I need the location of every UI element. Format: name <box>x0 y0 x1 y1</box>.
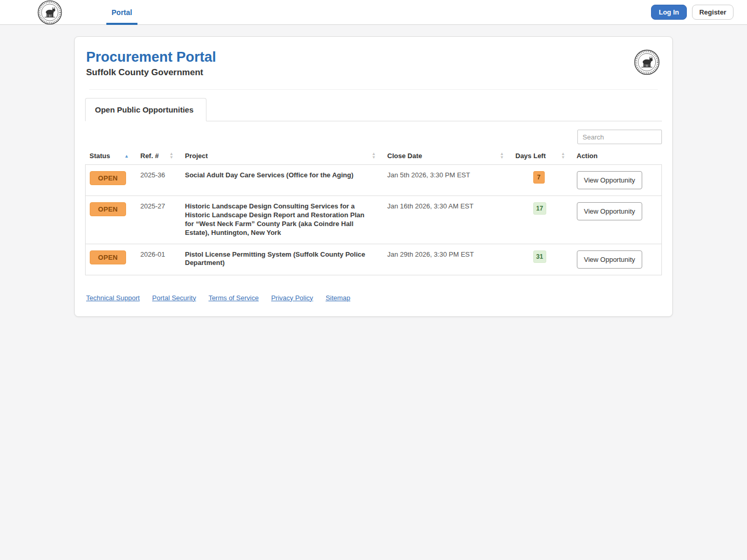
cell-action: View Opportunity <box>573 196 662 244</box>
column-header-close-date[interactable]: Close Date ▲▼ <box>383 147 511 165</box>
cell-project: Pistol License Permitting System (Suffol… <box>181 244 383 275</box>
tab-strip: Open Public Opportunities <box>85 98 662 121</box>
cell-ref: 2025-27 <box>136 196 181 244</box>
days-left-badge: 31 <box>533 250 546 263</box>
sort-icon: ▲▼ <box>561 152 569 160</box>
cell-project: Social Adult Day Care Services (Office f… <box>181 165 383 196</box>
column-header-days-left[interactable]: Days Left ▲▼ <box>511 147 573 165</box>
column-label: Close Date <box>388 152 422 160</box>
cell-ref: 2026-01 <box>136 244 181 275</box>
days-left-badge: 7 <box>533 171 545 184</box>
cell-days-left: 7 <box>511 165 573 196</box>
cell-close-date: Jan 16th 2026, 3:30 AM EST <box>383 196 511 244</box>
cell-project: Historic Landscape Design Consulting Ser… <box>181 196 383 244</box>
sort-icon: ▲▼ <box>500 152 507 160</box>
county-seal-icon <box>37 0 62 25</box>
column-header-ref[interactable]: Ref. # ▲▼ <box>136 147 181 165</box>
sort-icon: ▲▼ <box>170 152 177 160</box>
column-label: Days Left <box>516 152 546 160</box>
status-badge: OPEN <box>90 171 126 185</box>
footer-link-technical-support[interactable]: Technical Support <box>86 294 140 302</box>
cell-close-date: Jan 5th 2026, 3:30 PM EST <box>383 165 511 196</box>
footer-link-portal-security[interactable]: Portal Security <box>152 294 196 302</box>
topbar-actions: Log In Register <box>651 5 734 20</box>
view-opportunity-button[interactable]: View Opportunity <box>577 202 643 220</box>
cell-action: View Opportunity <box>573 165 662 196</box>
cell-action: View Opportunity <box>573 244 662 275</box>
topbar: Portal Log In Register <box>0 0 747 25</box>
opportunities-table: Status ▲ Ref. # ▲▼ Project ▲▼ <box>85 147 662 275</box>
days-left-badge: 17 <box>533 202 546 215</box>
column-header-status[interactable]: Status ▲ <box>86 147 136 165</box>
footer-link-privacy-policy[interactable]: Privacy Policy <box>271 294 313 302</box>
county-seal-icon <box>634 49 660 75</box>
column-header-action: Action <box>573 147 662 165</box>
login-button[interactable]: Log In <box>651 5 687 20</box>
register-button[interactable]: Register <box>692 5 734 20</box>
table-body: OPEN 2025-36 Social Adult Day Care Servi… <box>86 165 662 275</box>
column-label: Project <box>185 152 208 160</box>
status-badge: OPEN <box>90 250 126 264</box>
card-seal <box>634 49 660 75</box>
county-seal-emblem <box>634 49 660 75</box>
tab-open-public-opportunities[interactable]: Open Public Opportunities <box>85 98 206 121</box>
view-opportunity-button[interactable]: View Opportunity <box>577 171 643 189</box>
footer-link-terms-of-service[interactable]: Terms of Service <box>209 294 259 302</box>
table-header: Status ▲ Ref. # ▲▼ Project ▲▼ <box>86 147 662 165</box>
top-navigation: Portal <box>106 0 137 25</box>
topbar-logo <box>37 0 62 25</box>
cell-status: OPEN <box>86 196 136 244</box>
cell-close-date: Jan 29th 2026, 3:30 PM EST <box>383 244 511 275</box>
cell-status: OPEN <box>86 165 136 196</box>
view-opportunity-button[interactable]: View Opportunity <box>577 250 643 269</box>
column-label: Status <box>90 152 110 160</box>
page-title: Procurement Portal <box>86 49 661 65</box>
tab-label: Open Public Opportunities <box>95 105 193 114</box>
table-row: OPEN 2025-36 Social Adult Day Care Servi… <box>86 165 662 196</box>
sort-asc-icon: ▲ <box>125 153 132 159</box>
cell-days-left: 31 <box>511 244 573 275</box>
cell-ref: 2025-36 <box>136 165 181 196</box>
cell-status: OPEN <box>86 244 136 275</box>
card-header: Procurement Portal Suffolk County Govern… <box>85 49 662 78</box>
cell-days-left: 17 <box>511 196 573 244</box>
search-row <box>85 130 662 144</box>
procurement-portal-card: Procurement Portal Suffolk County Govern… <box>74 36 673 317</box>
column-label: Ref. # <box>141 152 159 160</box>
table-row: OPEN 2025-27 Historic Landscape Design C… <box>86 196 662 244</box>
page-subtitle: Suffolk County Government <box>86 67 661 78</box>
search-input[interactable] <box>577 130 662 144</box>
county-seal-logo <box>37 0 62 25</box>
footer-links: Technical SupportPortal SecurityTerms of… <box>85 275 662 306</box>
nav-item-portal[interactable]: Portal <box>106 0 137 25</box>
status-badge: OPEN <box>90 202 126 216</box>
column-header-project[interactable]: Project ▲▼ <box>181 147 383 165</box>
column-label: Action <box>577 152 598 160</box>
footer-link-sitemap[interactable]: Sitemap <box>326 294 351 302</box>
table-row: OPEN 2026-01 Pistol License Permitting S… <box>86 244 662 275</box>
header-divider <box>89 89 658 90</box>
nav-portal-label: Portal <box>112 8 132 17</box>
sort-icon: ▲▼ <box>372 152 379 160</box>
